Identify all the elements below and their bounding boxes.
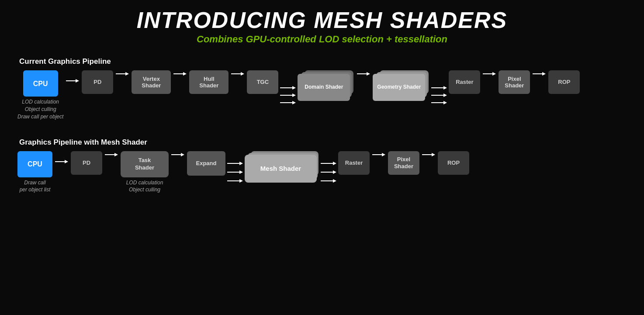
ps1-node: Pixel Shader [499, 70, 530, 94]
svg-marker-37 [239, 179, 243, 183]
domain-stack: Domain Shader [298, 70, 354, 102]
fan-arrow-1 [280, 83, 296, 107]
svg-marker-9 [292, 86, 296, 90]
sub-title: Combines GPU-controlled LOD selection + … [17, 34, 627, 45]
mesh-front-node: Mesh Shader [245, 155, 317, 183]
raster2-node: Raster [338, 151, 370, 175]
svg-marker-43 [333, 179, 336, 183]
pd1-node: PD [82, 70, 113, 94]
arrow-raster2-ps2 [372, 151, 385, 158]
cpu2-caption: Draw call per object list [20, 179, 51, 194]
svg-marker-13 [292, 101, 296, 104]
arrow-pd-vs-1 [116, 70, 129, 77]
svg-marker-45 [382, 153, 385, 156]
svg-marker-19 [443, 93, 447, 97]
svg-marker-1 [76, 79, 79, 83]
pipeline2-label: Graphics Pipeline with Mesh Shader [19, 138, 627, 147]
svg-marker-31 [181, 153, 184, 156]
cpu1-wrap: CPU LOD calculation Object culling Draw … [17, 70, 63, 120]
svg-marker-21 [443, 101, 447, 104]
svg-marker-5 [183, 72, 187, 76]
arrow-vs-hs-1 [173, 70, 187, 77]
svg-marker-47 [432, 153, 435, 156]
pd2-node: PD [71, 151, 102, 175]
cpu1-node: CPU [23, 70, 58, 97]
ps2-node: Pixel Shader [388, 151, 419, 175]
cpu1-caption: LOD calculation Object culling Draw call… [17, 98, 63, 120]
svg-marker-15 [367, 72, 370, 76]
svg-marker-33 [239, 162, 243, 165]
fan-arrow-2 [431, 83, 447, 107]
arrow-ts2-exp2 [171, 151, 184, 158]
mesh-stack: Mesh Shader [245, 151, 319, 183]
svg-marker-7 [241, 72, 244, 76]
svg-marker-41 [333, 170, 336, 174]
hs1-node: Hull Shader [189, 70, 229, 94]
svg-marker-27 [65, 160, 68, 163]
page: INTRODUCING MESH SHADERS Combines GPU-co… [0, 0, 644, 315]
pipeline1-section: Current Graphics Pipeline CPU LOD calcul… [17, 57, 627, 120]
arrow-ps2-rop2 [422, 151, 435, 158]
arrow-hs-tgc-1 [231, 70, 244, 77]
svg-marker-29 [114, 153, 118, 156]
vs1-node: Vertex Shader [132, 70, 171, 94]
geo-stack: Geometry Shader [373, 70, 429, 102]
svg-marker-23 [492, 72, 496, 76]
ts2-node: Task Shader [121, 151, 169, 177]
fan-arrow-4 [321, 159, 336, 185]
cpu2-node: CPU [17, 151, 52, 177]
arrow-cpu-pd-1 [66, 77, 79, 84]
svg-marker-11 [292, 93, 296, 97]
rop2-node: ROP [438, 151, 469, 175]
pipeline1-label: Current Graphics Pipeline [19, 57, 627, 66]
arrow-domain-geo-1 [357, 70, 370, 77]
svg-marker-3 [125, 72, 129, 76]
arrow-raster-ps-1 [483, 70, 496, 77]
rop1-node: ROP [548, 70, 580, 94]
pipeline2-section: Graphics Pipeline with Mesh Shader CPU D… [17, 138, 627, 194]
arrow-ps-rop-1 [533, 70, 546, 77]
cpu2-wrap: CPU Draw call per object list [17, 151, 52, 194]
ts2-caption: LOD calculation Object culling [126, 179, 163, 194]
svg-marker-17 [443, 86, 447, 90]
arrow-pd2-ts2 [105, 151, 118, 158]
title-section: INTRODUCING MESH SHADERS Combines GPU-co… [17, 8, 627, 45]
tgc1-node: TGC [247, 70, 278, 94]
svg-marker-35 [239, 170, 243, 174]
arrow-cpu2-pd2 [55, 158, 68, 165]
svg-marker-25 [542, 72, 546, 76]
domain-front-node: Domain Shader [298, 74, 350, 101]
task-shader-wrap: Task Shader LOD calculation Object culli… [121, 151, 169, 194]
main-title: INTRODUCING MESH SHADERS [17, 8, 627, 33]
svg-marker-39 [333, 162, 336, 165]
expand-node: Expand [187, 151, 225, 176]
geo-front-node: Geometry Shader [373, 74, 425, 101]
raster1-node: Raster [449, 70, 480, 94]
fan-arrow-3 [227, 159, 243, 185]
